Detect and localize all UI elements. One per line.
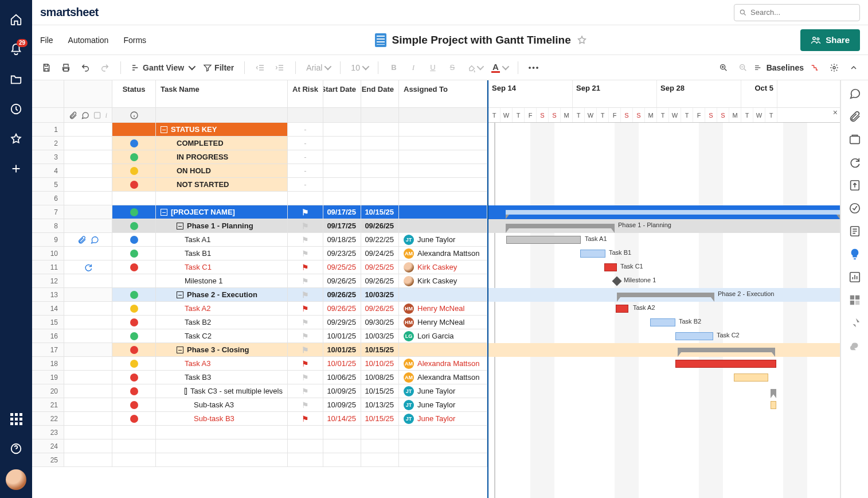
- baselines-button[interactable]: Baselines: [754, 63, 804, 72]
- gantt-bar[interactable]: [604, 263, 617, 271]
- underline-button[interactable]: U: [424, 59, 441, 76]
- nav-favorites[interactable]: [5, 127, 28, 150]
- attachments-icon[interactable]: [849, 110, 861, 123]
- end-date-cell[interactable]: 10/15/25: [361, 412, 399, 426]
- gantt-bar[interactable]: [734, 374, 768, 382]
- row-indicators[interactable]: [64, 205, 112, 219]
- end-date-cell[interactable]: [361, 426, 399, 439]
- update-requests-icon[interactable]: [849, 156, 861, 169]
- table-row[interactable]: 5NOT STARTED-: [32, 178, 487, 192]
- row-number[interactable]: 12: [32, 274, 64, 288]
- status-cell[interactable]: [112, 178, 156, 192]
- assigned-to-cell[interactable]: [399, 219, 487, 233]
- collapse-toggle[interactable]: [185, 388, 187, 395]
- row-number[interactable]: 16: [32, 329, 64, 343]
- row-number[interactable]: 7: [32, 205, 64, 219]
- assigned-to-cell[interactable]: HMHenry McNeal: [399, 302, 487, 316]
- table-row[interactable]: 4ON HOLD-: [32, 164, 487, 178]
- row-indicators[interactable]: [64, 123, 112, 137]
- task-name-cell[interactable]: Task B2: [156, 316, 288, 329]
- task-name-cell[interactable]: Task C2: [156, 329, 288, 343]
- at-risk-cell[interactable]: ⚑: [288, 260, 323, 274]
- row-indicators[interactable]: [64, 164, 112, 178]
- bold-button[interactable]: B: [385, 59, 402, 76]
- row-number[interactable]: 2: [32, 137, 64, 150]
- start-date-cell[interactable]: [323, 178, 361, 192]
- row-number[interactable]: 9: [32, 233, 64, 247]
- table-row[interactable]: 21Sub-task A3⚑10/09/2510/13/25JTJune Tay…: [32, 398, 487, 412]
- end-date-cell[interactable]: [361, 453, 399, 467]
- collapse-toolbar-button[interactable]: [845, 59, 862, 76]
- end-date-cell[interactable]: 09/26/25: [361, 302, 399, 316]
- assigned-to-cell[interactable]: JTJune Taylor: [399, 398, 487, 412]
- nav-apps[interactable]: [5, 407, 28, 430]
- end-date-cell[interactable]: [361, 439, 399, 453]
- table-row[interactable]: 13Phase 2 - Execution⚑09/26/2510/03/25: [32, 288, 487, 302]
- row-number[interactable]: 4: [32, 164, 64, 178]
- assigned-to-cell[interactable]: [399, 192, 487, 205]
- table-row[interactable]: 3IN PROGRESS-: [32, 150, 487, 164]
- search-input[interactable]: [750, 8, 855, 17]
- end-date-cell[interactable]: [361, 178, 399, 192]
- row-number[interactable]: 8: [32, 219, 64, 233]
- start-date-cell[interactable]: 10/06/25: [323, 371, 361, 384]
- start-date-cell[interactable]: 09/17/25: [323, 219, 361, 233]
- assigned-to-cell[interactable]: JTJune Taylor: [399, 384, 487, 398]
- task-name-cell[interactable]: Task C3 - set multiple levels: [156, 384, 288, 398]
- table-row[interactable]: 23: [32, 426, 487, 439]
- task-name-cell[interactable]: Sub-task A3: [156, 398, 288, 412]
- start-date-cell[interactable]: [323, 439, 361, 453]
- at-risk-cell[interactable]: [288, 426, 323, 439]
- row-number[interactable]: 18: [32, 357, 64, 371]
- task-name-cell[interactable]: COMPLETED: [156, 137, 288, 150]
- nav-create[interactable]: [5, 157, 28, 180]
- start-date-cell[interactable]: 09/26/25: [323, 302, 361, 316]
- at-risk-cell[interactable]: [288, 453, 323, 467]
- status-cell[interactable]: [112, 357, 156, 371]
- row-number[interactable]: 3: [32, 150, 64, 164]
- task-name-cell[interactable]: Phase 1 - Planning: [156, 219, 288, 233]
- status-cell[interactable]: [112, 205, 156, 219]
- at-risk-cell[interactable]: ⚑: [288, 357, 323, 371]
- view-switcher[interactable]: Gantt View: [128, 59, 197, 76]
- menu-forms[interactable]: Forms: [123, 36, 146, 45]
- status-cell[interactable]: [112, 150, 156, 164]
- at-risk-cell[interactable]: ⚑: [288, 384, 323, 398]
- at-risk-cell[interactable]: ⚑: [288, 316, 323, 329]
- task-name-cell[interactable]: Sub-task B3: [156, 412, 288, 426]
- row-number[interactable]: 6: [32, 192, 64, 205]
- summary-icon[interactable]: [849, 225, 861, 238]
- status-cell[interactable]: [112, 384, 156, 398]
- share-button[interactable]: Share: [800, 29, 860, 51]
- start-date-cell[interactable]: 09/26/25: [323, 274, 361, 288]
- task-name-cell[interactable]: STATUS KEY: [156, 123, 288, 137]
- gantt-bar[interactable]: [506, 236, 581, 244]
- end-date-cell[interactable]: 10/10/25: [361, 357, 399, 371]
- nav-help[interactable]: [5, 437, 28, 460]
- row-indicators[interactable]: [64, 316, 112, 329]
- row-number[interactable]: 21: [32, 398, 64, 412]
- row-number[interactable]: 23: [32, 426, 64, 439]
- critical-path-button[interactable]: [806, 59, 823, 76]
- task-name-cell[interactable]: NOT STARTED: [156, 178, 288, 192]
- row-indicators[interactable]: [64, 343, 112, 357]
- at-risk-cell[interactable]: ⚑: [288, 412, 323, 426]
- row-indicators[interactable]: [64, 274, 112, 288]
- assigned-to-cell[interactable]: Kirk Caskey: [399, 260, 487, 274]
- assigned-to-cell[interactable]: [399, 288, 487, 302]
- task-name-cell[interactable]: Task A2: [156, 302, 288, 316]
- start-date-cell[interactable]: 10/01/25: [323, 343, 361, 357]
- table-row[interactable]: 7[PROJECT NAME]⚑09/17/2510/15/25: [32, 205, 487, 219]
- assigned-to-cell[interactable]: [399, 426, 487, 439]
- pin-icon[interactable]: [849, 317, 861, 329]
- nav-notifications[interactable]: 29: [5, 38, 28, 61]
- fill-color-button[interactable]: [463, 59, 486, 76]
- status-cell[interactable]: [112, 247, 156, 260]
- table-row[interactable]: 1STATUS KEY-: [32, 123, 487, 137]
- table-row[interactable]: 19Task B3⚑10/06/2510/08/25AMAlexandra Ma…: [32, 371, 487, 384]
- assigned-to-cell[interactable]: LGLori Garcia: [399, 329, 487, 343]
- col-header-assigned[interactable]: Assigned To: [399, 80, 487, 108]
- gantt-bar[interactable]: [580, 250, 605, 258]
- table-row[interactable]: 24: [32, 439, 487, 453]
- zoom-out-button[interactable]: [734, 59, 752, 76]
